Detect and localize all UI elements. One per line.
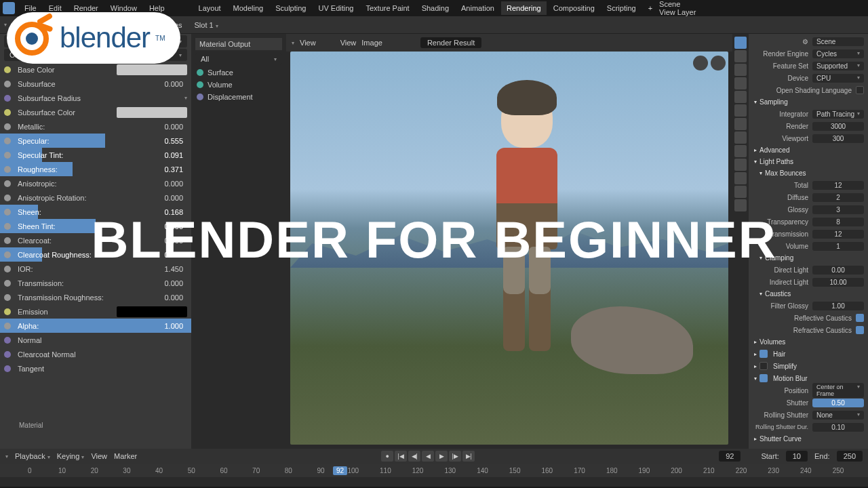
play-reverse-button[interactable]: ◀ (422, 451, 434, 462)
workspace-modeling[interactable]: Modeling (228, 1, 269, 15)
viewport-samples[interactable]: 300 (812, 134, 864, 143)
socket-surface[interactable]: Surface (195, 66, 282, 79)
osl-checkbox[interactable] (856, 86, 864, 94)
direct-light[interactable]: 0.00 (812, 266, 864, 274)
bsdf-base-color[interactable]: Base Color (0, 62, 191, 77)
blender-app-icon (3, 2, 15, 14)
tl-playback[interactable]: Playback ▾ (15, 452, 50, 460)
vp-view-menu[interactable]: View (300, 39, 316, 47)
vp-image[interactable]: Image (361, 39, 382, 47)
section-hair[interactable]: Hair (750, 348, 867, 360)
viewlayer-selector[interactable]: View Layer (659, 8, 696, 16)
bsdf-transmission-roughness-[interactable]: Transmission Roughness:0.000 (0, 290, 191, 304)
section-caustics[interactable]: Caustics (750, 288, 867, 300)
tl-marker[interactable]: Marker (114, 452, 137, 460)
tl-view[interactable]: View (91, 452, 107, 460)
rolling-duration[interactable]: 0.10 (812, 423, 864, 432)
workspace-animation[interactable]: Animation (456, 1, 500, 15)
tab-object[interactable] (734, 104, 747, 117)
tab-viewlayer[interactable] (734, 64, 747, 76)
bsdf-normal[interactable]: Normal (0, 333, 191, 347)
section-shuttercurve[interactable]: Shutter Curve (750, 433, 867, 445)
prev-key-button[interactable]: ◀| (408, 451, 420, 462)
indirect-light[interactable]: 10.00 (812, 278, 864, 287)
autokey-button[interactable]: ● (381, 451, 393, 462)
start-frame[interactable]: 10 (786, 451, 808, 462)
workspace-compositing[interactable]: Compositing (548, 1, 600, 15)
workspace-sculpting[interactable]: Sculpting (270, 1, 311, 15)
current-frame[interactable]: 92 (719, 451, 741, 462)
filter-glossy[interactable]: 1.00 (812, 302, 864, 310)
bsdf-subsurface-radius[interactable]: Subsurface Radius▾ (0, 91, 191, 105)
bsdf-specular-tint-[interactable]: Specular Tint:0.091 (0, 148, 191, 162)
integrator-dropdown[interactable]: Path Tracing▾ (812, 110, 864, 119)
render-engine-dropdown[interactable]: Cycles▾ (812, 49, 864, 58)
tab-particle[interactable] (734, 131, 747, 144)
socket-displacement[interactable]: Displacement (195, 91, 282, 103)
workspace-scripting[interactable]: Scripting (601, 1, 642, 15)
blender-logo-overlay: blenderTM (7, 12, 180, 64)
workspace-shading[interactable]: Shading (416, 1, 454, 15)
bsdf-tangent[interactable]: Tangent (0, 361, 191, 375)
jump-end-button[interactable]: ▶| (462, 451, 475, 462)
editor-type-icon[interactable]: ▾ (4, 22, 7, 28)
tab-constraint[interactable] (734, 159, 747, 171)
material-label: Material (19, 422, 43, 429)
section-volumes[interactable]: Volumes (750, 336, 867, 348)
bsdf-alpha-[interactable]: Alpha:1.000 (0, 319, 191, 333)
workspace-rendering[interactable]: Rendering (501, 1, 547, 15)
bsdf-anisotropic-[interactable]: Anisotropic:0.000 (0, 176, 191, 190)
timeline: ▾ Playback ▾ Keying ▾ View Marker ● |◀ ◀… (0, 449, 868, 487)
tab-output[interactable] (734, 50, 747, 62)
end-frame[interactable]: 250 (837, 451, 863, 462)
section-lightpaths[interactable]: Light Paths (750, 156, 867, 167)
bsdf-clearcoat-normal[interactable]: Clearcoat Normal (0, 347, 191, 361)
bsdf-anisotropic-rotation-[interactable]: Anisotropic Rotation:0.000 (0, 190, 191, 205)
pan-icon[interactable] (693, 56, 708, 70)
timeline-ruler[interactable]: 92 0102030405060708090100110120130140150… (0, 464, 868, 477)
section-simplify[interactable]: Simplify (750, 360, 867, 372)
bsdf-transmission-[interactable]: Transmission:0.000 (0, 276, 191, 290)
rolling-shutter[interactable]: None▾ (812, 411, 864, 420)
workspace-uv[interactable]: UV Editing (313, 1, 359, 15)
jump-start-button[interactable]: |◀ (395, 451, 407, 462)
mb-position[interactable]: Center on Frame▾ (812, 383, 864, 398)
feature-set-dropdown[interactable]: Supported▾ (812, 62, 864, 70)
render-samples[interactable]: 3000 (812, 122, 864, 131)
bsdf-subsurface[interactable]: Subsurface0.000 (0, 77, 191, 91)
play-button[interactable]: ▶ (435, 451, 448, 462)
refractive-caustics-checkbox[interactable] (856, 326, 864, 334)
tutorial-title-overlay: BLENDER FOR BEGINNER (91, 210, 776, 269)
socket-volume[interactable]: Volume (195, 79, 282, 91)
bsdf-emission[interactable]: Emission (0, 304, 191, 319)
workspace-layout[interactable]: Layout (193, 1, 226, 15)
tab-render[interactable] (734, 37, 747, 49)
tab-world[interactable] (734, 91, 747, 103)
bsdf-roughness-[interactable]: Roughness:0.371 (0, 162, 191, 176)
tab-material[interactable] (734, 186, 747, 198)
vp-view2[interactable]: View (340, 39, 357, 47)
section-maxbounces[interactable]: Max Bounces (750, 167, 867, 179)
next-key-button[interactable]: |▶ (449, 451, 461, 462)
device-dropdown[interactable]: CPU▾ (812, 74, 864, 83)
scene-selector[interactable]: Scene (659, 0, 696, 8)
tab-modifier[interactable] (734, 118, 747, 130)
tab-physics[interactable] (734, 145, 747, 157)
tab-scene[interactable] (734, 77, 747, 89)
section-advanced[interactable]: Advanced (750, 144, 867, 156)
workspace-add[interactable]: + (643, 1, 658, 15)
bsdf-metallic-[interactable]: Metallic:0.000 (0, 119, 191, 134)
reflective-caustics-checkbox[interactable] (856, 314, 864, 322)
material-output-header: Material Output (195, 38, 282, 50)
workspace-texture[interactable]: Texture Paint (360, 1, 414, 15)
bsdf-specular-[interactable]: Specular:0.555 (0, 134, 191, 148)
shutter-value[interactable]: 0.50 (812, 399, 864, 407)
tab-data[interactable] (734, 172, 747, 184)
bsdf-subsurface-color[interactable]: Subsurface Color (0, 105, 191, 119)
slot-dropdown[interactable]: Slot 1 ▾ (191, 19, 222, 31)
zoom-icon[interactable] (711, 56, 726, 70)
tl-keying[interactable]: Keying ▾ (57, 452, 85, 460)
render-result-field[interactable]: Render Result (420, 37, 481, 48)
section-sampling[interactable]: Sampling (750, 96, 867, 108)
scene-field[interactable]: Scene (812, 37, 864, 46)
